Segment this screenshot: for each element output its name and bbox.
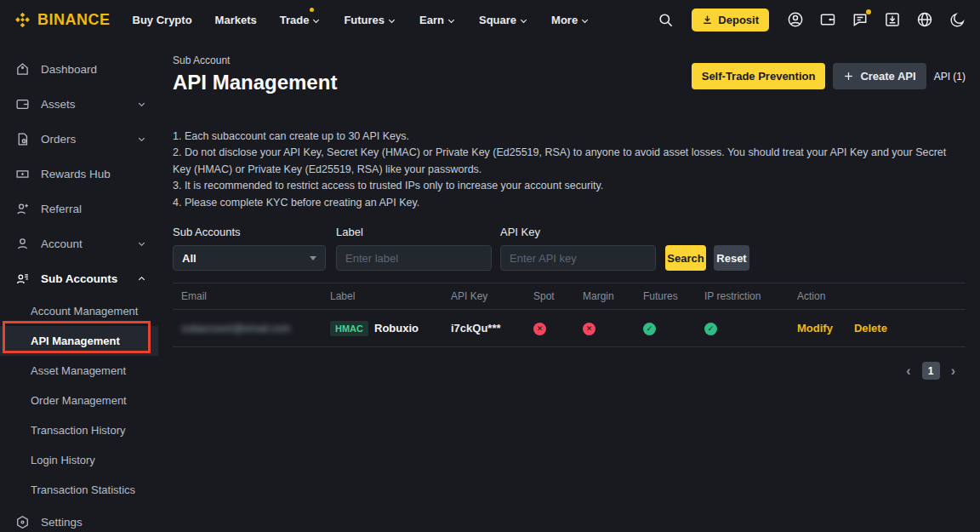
deposit-button[interactable]: Deposit [692,9,769,31]
theme-moon-icon[interactable] [948,10,966,29]
chevron-up-icon [137,274,146,283]
nav-trade[interactable]: Trade [280,14,322,26]
orders-icon [15,132,30,146]
api-label-name: Robuxio [374,322,419,335]
brand-name: BINANCE [37,11,111,29]
row-margin-status [583,321,643,335]
profile-icon[interactable] [786,10,805,29]
top-navbar: BINANCE Buy Crypto Markets Trade Futures… [0,0,980,39]
globe-icon[interactable] [915,10,934,29]
assets-icon [15,97,30,112]
table-header-row: Email Label API Key Spot Margin Futures … [173,283,966,310]
check-circle-icon [643,323,656,335]
pagination: ‹ 1 › [173,362,966,380]
nav-earn[interactable]: Earn [419,14,456,26]
sidebar-subitem-api-management[interactable]: API Management [0,326,158,356]
api-keys-table: Email Label API Key Spot Margin Futures … [173,283,966,347]
chat-icon[interactable] [851,10,869,29]
filters-bar: Sub Accounts All Label API Key Search Re… [173,226,966,271]
sub-accounts-label: Sub Accounts [173,226,326,238]
chevron-down-icon [137,134,146,144]
modify-link[interactable]: Modify [797,322,833,335]
binance-diamond-icon [14,11,31,29]
sidebar-item-orders[interactable]: Orders [0,122,158,157]
sidebar-subitem-login-history[interactable]: Login History [0,445,158,475]
chevron-down-icon [447,16,456,26]
delete-link[interactable]: Delete [854,322,887,335]
prev-page-icon[interactable]: ‹ [906,364,910,378]
instruction-line-1: 1. Each subaccount can create up to 30 A… [173,129,966,145]
nav-buy-crypto[interactable]: Buy Crypto [133,14,192,26]
sidebar-item-rewards-hub[interactable]: Rewards Hub [0,157,158,192]
plus-icon [843,71,854,82]
dashboard-icon [15,62,30,77]
api-key-field-label: API Key [500,226,656,238]
sidebar-item-settings[interactable]: Settings [0,505,158,532]
instruction-line-3: 3. It is recommended to restrict access … [173,178,966,194]
column-email: Email [173,290,330,302]
api-key-field: API Key [500,226,656,271]
reset-button[interactable]: Reset [714,245,749,271]
api-count-label: API (1) [934,71,966,83]
sidebar-subitem-transaction-history[interactable]: Transaction History [0,415,158,445]
sub-accounts-select[interactable]: All [173,245,326,271]
settings-icon [15,515,30,529]
referral-icon [15,202,30,216]
self-trade-prevention-button[interactable]: Self-Trade Prevention [692,63,826,89]
sidebar-subitem-order-management[interactable]: Order Management [0,386,158,415]
current-page-button[interactable]: 1 [922,362,940,380]
column-spot: Spot [533,290,583,302]
nav-futures[interactable]: Futures [344,14,396,26]
sidebar-item-sub-accounts[interactable]: Sub Accounts [0,261,158,296]
navbar-right: Deposit [656,9,966,31]
sub-accounts-selected-value: All [182,252,197,265]
account-icon [15,237,30,251]
nav-markets[interactable]: Markets [215,14,257,26]
rewards-icon [15,167,30,181]
column-action: Action [797,290,966,302]
sidebar-subitem-asset-management[interactable]: Asset Management [0,356,158,386]
sidebar-item-dashboard[interactable]: Dashboard [0,52,158,87]
sidebar-item-account[interactable]: Account [0,226,158,261]
row-api-key: i7ckQu*** [451,322,533,335]
row-actions: Modify Delete [797,322,966,335]
sub-accounts-field: Sub Accounts All [173,226,326,271]
label-input[interactable] [336,245,492,271]
chevron-down-icon [519,16,528,26]
blurred-email: subaccount@email.com [181,323,290,335]
column-ip-restriction: IP restriction [704,290,797,302]
nav-more[interactable]: More [551,14,590,26]
check-circle-icon [704,323,717,335]
column-label: Label [330,290,451,302]
wallet-icon[interactable] [818,10,837,29]
sidebar-subitem-account-management[interactable]: Account Management [0,296,158,326]
row-futures-status [643,321,704,335]
create-api-button[interactable]: Create API [833,63,926,89]
sidebar-subitem-transaction-statistics[interactable]: Transaction Statistics [0,475,158,505]
sidebar: Dashboard Assets Orders Rewards Hub Refe… [0,39,158,532]
sidebar-item-referral[interactable]: Referral [0,192,158,226]
row-spot-status [533,321,583,335]
main-nav: Buy Crypto Markets Trade Futures Earn Sq… [133,14,590,26]
sidebar-item-assets[interactable]: Assets [0,87,158,122]
chevron-down-icon [387,16,396,26]
api-key-input[interactable] [500,245,656,271]
x-circle-icon [533,323,546,335]
row-label: HMAC Robuxio [330,321,451,336]
binance-logo[interactable]: BINANCE [14,11,111,29]
chevron-down-icon [311,16,321,26]
label-field-label: Label [336,226,492,238]
nav-square[interactable]: Square [479,14,528,26]
main-content: Sub Account API Management Self-Trade Pr… [173,39,966,532]
binance-app: BINANCE Buy Crypto Markets Trade Futures… [0,0,980,532]
search-icon[interactable] [656,10,675,29]
sub-accounts-icon [15,272,30,286]
search-button[interactable]: Search [665,245,706,271]
next-page-icon[interactable]: › [951,364,955,378]
chevron-down-icon [137,100,146,109]
download-app-icon[interactable] [883,10,902,29]
hmac-badge: HMAC [330,321,368,336]
label-field: Label [336,226,492,271]
instructions: 1. Each subaccount can create up to 30 A… [173,129,966,211]
deposit-arrow-icon [702,14,713,26]
